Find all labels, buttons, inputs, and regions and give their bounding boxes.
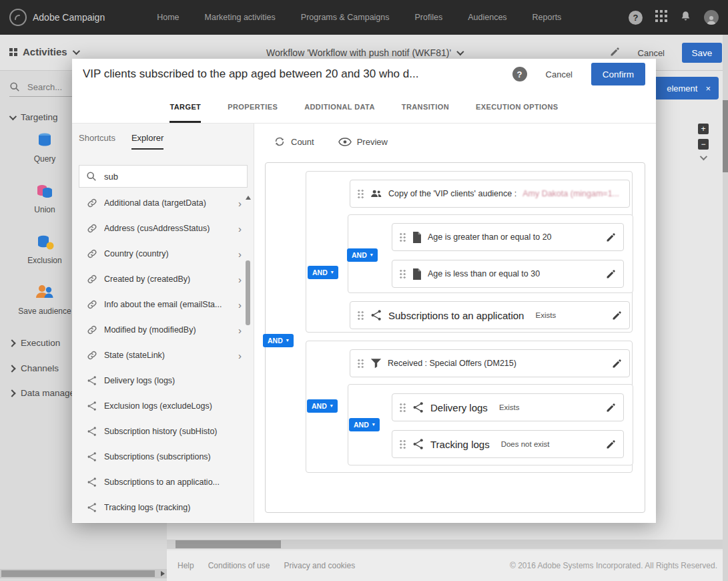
- sidebar-section-targeting[interactable]: Targeting: [9, 112, 58, 122]
- tab-transition[interactable]: TRANSITION: [402, 89, 449, 123]
- edit-pencil-icon[interactable]: [611, 358, 623, 369]
- close-icon[interactable]: ×: [705, 83, 711, 93]
- edit-pencil-icon[interactable]: [611, 310, 623, 321]
- list-item[interactable]: Created by (createdBy) ›: [72, 266, 254, 292]
- tab-shortcuts[interactable]: Shortcuts: [79, 133, 115, 150]
- chevron-down-icon: ▾: [331, 270, 334, 275]
- list-item[interactable]: Subscriptions to an applicatio...: [72, 469, 254, 495]
- page-vertical-scrollbar[interactable]: [723, 35, 728, 581]
- condition-audience[interactable]: Copy of the 'VIP clients' audience : Amy…: [350, 180, 630, 208]
- list-item[interactable]: Additional data (targetData) ›: [72, 190, 254, 216]
- tab-properties[interactable]: PROPERTIES: [228, 89, 278, 123]
- drag-handle[interactable]: [399, 269, 406, 279]
- explorer-search[interactable]: [79, 165, 248, 188]
- drag-handle[interactable]: [399, 232, 406, 242]
- explorer-search-input[interactable]: [103, 171, 226, 182]
- drag-handle[interactable]: [399, 403, 406, 413]
- condition-age-lte[interactable]: Age is less than or equal to 30: [392, 260, 624, 288]
- list-item[interactable]: Subscriptions (subscriptions): [72, 444, 254, 469]
- scrollbar-thumb[interactable]: [1, 570, 155, 577]
- edit-pencil-icon[interactable]: [605, 402, 617, 413]
- count-button[interactable]: Count: [274, 136, 314, 148]
- footer-privacy-link[interactable]: Privacy and cookies: [284, 561, 355, 570]
- list-item[interactable]: State (stateLink) ›: [72, 343, 254, 368]
- dialog-confirm-button[interactable]: Confirm: [591, 63, 645, 85]
- scroll-up-arrow-icon[interactable]: [246, 196, 251, 200]
- condition-received-delivery[interactable]: Received : Special Offers (DM215): [350, 349, 630, 377]
- workflow-cancel-button[interactable]: Cancel: [638, 48, 665, 58]
- help-icon[interactable]: ?: [512, 67, 527, 81]
- drag-handle[interactable]: [399, 439, 406, 449]
- activity-save-audience[interactable]: Save audience: [18, 282, 71, 316]
- sidebar-section-channels[interactable]: Channels: [9, 363, 59, 373]
- and-operator-button[interactable]: AND▾: [347, 248, 378, 262]
- nav-marketing-activities[interactable]: Marketing activities: [205, 13, 276, 22]
- dialog-body: Shortcuts Explorer Additional data (targ…: [72, 124, 656, 522]
- activities-selector[interactable]: Activities: [9, 46, 78, 57]
- scroll-right-arrow-icon[interactable]: [161, 571, 165, 576]
- footer-conditions-link[interactable]: Conditions of use: [208, 561, 270, 570]
- edit-pencil-icon[interactable]: [605, 232, 617, 243]
- list-item[interactable]: Address (cusAddressStatus) ›: [72, 216, 254, 241]
- list-item[interactable]: Exclusion logs (excludeLogs): [72, 393, 254, 419]
- notifications-bell-icon[interactable]: [680, 10, 691, 25]
- user-avatar[interactable]: [704, 10, 719, 25]
- and-operator-button[interactable]: AND▾: [308, 266, 338, 279]
- tab-execution-options[interactable]: EXECUTION OPTIONS: [476, 89, 559, 123]
- drag-handle[interactable]: [357, 311, 364, 321]
- list-item[interactable]: Info about the email (emailSta... ›: [72, 292, 254, 317]
- workflow-save-button[interactable]: Save: [682, 43, 722, 63]
- and-operator-button[interactable]: AND▾: [307, 399, 338, 413]
- condition-subscriptions[interactable]: Subscriptions to an application Exists: [350, 301, 630, 329]
- list-item[interactable]: Delivery logs (logs): [72, 368, 254, 393]
- help-icon[interactable]: ?: [629, 11, 643, 25]
- activity-union[interactable]: Union: [34, 180, 55, 214]
- drag-handle[interactable]: [357, 189, 364, 199]
- sidebar-section-execution[interactable]: Execution: [9, 338, 60, 348]
- tab-explorer[interactable]: Explorer: [131, 133, 163, 150]
- edit-pencil-icon[interactable]: [605, 268, 617, 280]
- list-item[interactable]: Subscription history (subHisto): [72, 419, 254, 444]
- workflow-title[interactable]: Workflow 'Workflow with push notif (WKF8…: [266, 47, 462, 58]
- nav-audiences[interactable]: Audiences: [468, 13, 506, 22]
- adobe-campaign-brand[interactable]: Adobe Campaign: [9, 9, 105, 26]
- list-item[interactable]: Tracking logs (tracking): [72, 495, 254, 520]
- explorer-panel: Shortcuts Explorer Additional data (targ…: [72, 124, 254, 522]
- edit-pencil-icon[interactable]: [605, 439, 617, 450]
- chevron-down-icon: ▾: [286, 338, 289, 343]
- nav-profiles[interactable]: Profiles: [415, 13, 443, 22]
- operator-value: Exists: [535, 311, 556, 319]
- tab-additional-data[interactable]: ADDITIONAL DATA: [304, 89, 375, 123]
- scrollbar-thumb[interactable]: [175, 540, 281, 548]
- nav-home[interactable]: Home: [157, 13, 179, 22]
- and-operator-button[interactable]: AND▾: [349, 418, 380, 431]
- list-item[interactable]: Modified by (modifiedBy) ›: [72, 317, 254, 343]
- nav-programs-campaigns[interactable]: Programs & Campaigns: [301, 13, 390, 22]
- and-operator-button[interactable]: AND▾: [263, 334, 294, 347]
- condition-tracking-logs[interactable]: Tracking logs Does not exist: [392, 430, 624, 458]
- zoom-in-button[interactable]: +: [698, 124, 709, 134]
- drag-handle[interactable]: [357, 359, 364, 369]
- dialog-cancel-button[interactable]: Cancel: [546, 69, 573, 79]
- explorer-scrollbar[interactable]: [246, 194, 251, 518]
- chevron-right-icon: [8, 339, 15, 347]
- apps-grid-icon[interactable]: [655, 10, 667, 25]
- canvas-horizontal-scrollbar[interactable]: [167, 540, 723, 549]
- tab-target[interactable]: TARGET: [169, 89, 201, 123]
- activity-query[interactable]: Query: [34, 130, 56, 164]
- scrollbar-thumb[interactable]: [723, 100, 728, 172]
- condition-delivery-logs[interactable]: Delivery logs Exists: [392, 393, 624, 421]
- list-item[interactable]: Country (country) ›: [72, 241, 254, 266]
- sidebar-section-data-management[interactable]: Data manage...: [9, 388, 82, 398]
- condition-age-gte[interactable]: Age is greater than or equal to 20: [392, 223, 624, 251]
- edit-pencil-icon[interactable]: [609, 46, 621, 60]
- sidebar-horizontal-scrollbar[interactable]: [0, 569, 167, 578]
- scrollbar-thumb[interactable]: [246, 260, 250, 325]
- chevron-down-icon[interactable]: [700, 153, 707, 160]
- preview-button[interactable]: Preview: [338, 136, 388, 148]
- activity-exclusion[interactable]: Exclusion: [27, 231, 61, 265]
- nav-reports[interactable]: Reports: [532, 13, 562, 22]
- operator-value: Exists: [499, 403, 520, 411]
- footer-help-link[interactable]: Help: [177, 561, 194, 570]
- zoom-out-button[interactable]: −: [698, 139, 709, 150]
